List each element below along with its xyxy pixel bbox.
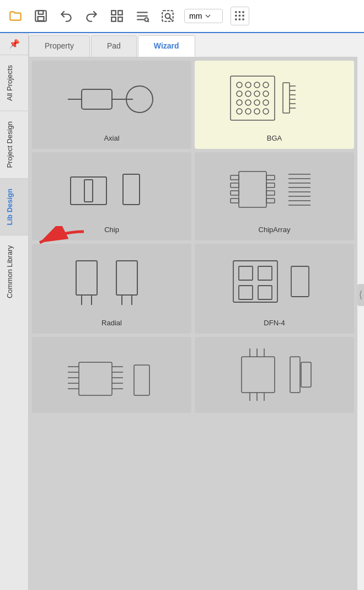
svg-rect-97 bbox=[242, 357, 275, 393]
undo-icon[interactable] bbox=[57, 7, 75, 25]
svg-rect-81 bbox=[258, 266, 272, 280]
svg-rect-16 bbox=[239, 11, 240, 13]
svg-rect-58 bbox=[231, 183, 239, 187]
svg-point-45 bbox=[263, 109, 269, 114]
svg-point-41 bbox=[263, 100, 269, 105]
svg-rect-5 bbox=[111, 17, 116, 22]
qfp-icon bbox=[199, 346, 350, 406]
svg-line-14 bbox=[169, 18, 172, 20]
pin-icon[interactable]: 📌 bbox=[0, 33, 28, 55]
svg-point-44 bbox=[254, 109, 260, 114]
svg-rect-60 bbox=[231, 199, 239, 203]
dots-grid-icon[interactable] bbox=[231, 7, 249, 25]
card-bga[interactable]: BGA bbox=[195, 61, 354, 149]
svg-point-40 bbox=[254, 100, 260, 105]
svg-rect-23 bbox=[242, 18, 244, 20]
right-collapse-handle[interactable] bbox=[357, 284, 364, 306]
sidebar-item-lib-design[interactable]: Lib Design bbox=[0, 178, 28, 235]
svg-rect-21 bbox=[235, 18, 237, 20]
svg-rect-46 bbox=[283, 83, 290, 113]
svg-rect-6 bbox=[118, 17, 122, 22]
svg-point-37 bbox=[263, 91, 269, 96]
svg-rect-22 bbox=[239, 18, 240, 20]
svg-rect-76 bbox=[116, 261, 137, 295]
svg-rect-80 bbox=[239, 266, 253, 280]
radial-icon bbox=[36, 253, 187, 313]
svg-point-13 bbox=[165, 14, 170, 19]
svg-point-31 bbox=[245, 82, 251, 88]
bga-icon bbox=[199, 69, 350, 128]
bga-label: BGA bbox=[267, 134, 282, 142]
svg-rect-4 bbox=[118, 10, 122, 15]
axial-label: Axial bbox=[104, 134, 119, 142]
svg-point-42 bbox=[237, 109, 242, 114]
card-qfp[interactable] bbox=[195, 337, 354, 413]
svg-rect-2 bbox=[38, 17, 44, 21]
svg-rect-104 bbox=[290, 357, 300, 393]
svg-rect-57 bbox=[231, 175, 239, 180]
svg-rect-79 bbox=[233, 261, 277, 302]
svg-rect-17 bbox=[242, 11, 244, 13]
svg-rect-63 bbox=[266, 191, 275, 195]
svg-rect-59 bbox=[231, 191, 239, 195]
svg-point-35 bbox=[245, 91, 251, 96]
card-sop[interactable] bbox=[32, 337, 191, 413]
units-label: mm bbox=[189, 12, 202, 20]
card-chip[interactable]: Chip bbox=[32, 152, 191, 240]
svg-rect-15 bbox=[235, 11, 237, 13]
svg-point-36 bbox=[254, 91, 260, 96]
svg-point-30 bbox=[237, 82, 242, 88]
svg-rect-84 bbox=[291, 266, 309, 297]
tab-property[interactable]: Property bbox=[29, 35, 90, 57]
svg-rect-3 bbox=[111, 10, 116, 15]
svg-point-38 bbox=[237, 100, 242, 105]
sidebar-item-common-library[interactable]: Common Library bbox=[0, 235, 28, 308]
folder-icon[interactable] bbox=[7, 7, 24, 25]
svg-rect-62 bbox=[266, 183, 275, 187]
svg-point-43 bbox=[245, 109, 251, 114]
dfn4-label: DFN-4 bbox=[264, 319, 285, 327]
cards-area[interactable]: Axial bbox=[29, 57, 357, 590]
tab-wizard[interactable]: Wizard bbox=[138, 35, 195, 57]
svg-rect-1 bbox=[39, 10, 44, 14]
svg-rect-53 bbox=[71, 177, 106, 205]
tab-pad[interactable]: Pad bbox=[91, 35, 137, 57]
chip-icon bbox=[36, 161, 187, 220]
units-dropdown[interactable]: mm bbox=[184, 9, 223, 23]
svg-rect-18 bbox=[235, 15, 237, 17]
card-radial[interactable]: Radial bbox=[32, 244, 191, 334]
svg-line-11 bbox=[148, 21, 149, 22]
chiparray-icon bbox=[199, 161, 350, 220]
toolbar: mm bbox=[0, 0, 364, 33]
card-dfn4[interactable]: DFN-4 bbox=[195, 244, 354, 334]
list-filter-icon[interactable] bbox=[133, 7, 151, 25]
main-area: Property Pad Wizard bbox=[29, 33, 357, 590]
svg-point-33 bbox=[263, 82, 269, 88]
left-sidebar: 📌 All Projects Project Design Lib Design… bbox=[0, 33, 29, 590]
svg-rect-85 bbox=[79, 362, 112, 395]
svg-rect-54 bbox=[84, 180, 93, 202]
svg-point-32 bbox=[254, 82, 260, 88]
cards-grid: Axial bbox=[32, 61, 354, 413]
dfn4-icon bbox=[199, 253, 350, 313]
radial-label: Radial bbox=[101, 319, 122, 327]
card-chiparray[interactable]: ChipArray bbox=[195, 152, 354, 240]
svg-rect-64 bbox=[266, 199, 275, 203]
axial-icon bbox=[36, 69, 187, 128]
svg-rect-56 bbox=[239, 171, 266, 207]
sop-icon bbox=[36, 346, 187, 406]
sidebar-item-all-projects[interactable]: All Projects bbox=[0, 55, 28, 111]
svg-rect-61 bbox=[266, 175, 275, 180]
search-select-icon[interactable] bbox=[159, 7, 176, 25]
card-axial[interactable]: Axial bbox=[32, 61, 191, 149]
grid-view-icon[interactable] bbox=[108, 7, 126, 25]
svg-rect-82 bbox=[239, 286, 253, 299]
svg-point-34 bbox=[237, 91, 242, 96]
redo-icon[interactable] bbox=[83, 7, 100, 25]
sidebar-item-project-design[interactable]: Project Design bbox=[0, 111, 28, 178]
chip-label: Chip bbox=[104, 226, 119, 234]
tabs-row: Property Pad Wizard bbox=[29, 33, 357, 57]
save-icon[interactable] bbox=[32, 7, 50, 25]
svg-point-39 bbox=[245, 100, 251, 105]
svg-rect-20 bbox=[242, 15, 244, 17]
